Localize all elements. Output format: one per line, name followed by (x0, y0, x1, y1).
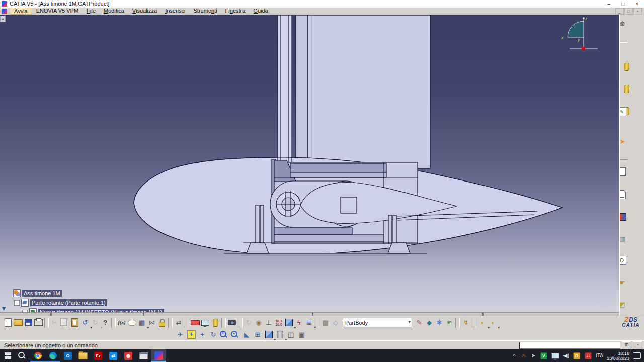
tree-item-ass-timone[interactable]: - Ass timone 1M (6, 289, 62, 297)
select-pointer-icon[interactable]: ➤ (619, 136, 627, 146)
start-button[interactable] (0, 349, 15, 362)
comment-bubble-icon[interactable] (127, 318, 137, 328)
camera-capture-icon[interactable] (227, 318, 237, 328)
command-input[interactable] (519, 342, 620, 349)
child-minimize-button[interactable]: _ (615, 8, 624, 15)
close-button[interactable]: × (630, 1, 644, 7)
tree-scroll-up-arrow[interactable]: ▲ (0, 16, 6, 22)
split-body-icon[interactable] (619, 212, 627, 222)
pan-icon[interactable]: + (197, 330, 207, 340)
tray-teamviewer-icon[interactable]: ♨ (521, 352, 527, 359)
menu-visualizza[interactable]: Visualizza (128, 8, 161, 15)
separator[interactable] (44, 318, 49, 328)
rotate-icon[interactable]: ↻ (208, 330, 218, 340)
edge-icon[interactable] (45, 349, 60, 362)
new-part-icon[interactable] (619, 166, 627, 176)
separator[interactable] (472, 318, 476, 328)
child-close-button[interactable]: × (633, 8, 642, 15)
menu-guida[interactable]: Guida (249, 8, 272, 15)
tray-antivirus-icon[interactable]: V (541, 352, 547, 359)
axis-system-icon[interactable]: ⊥ (264, 318, 274, 328)
ruler-icon[interactable] (190, 318, 200, 328)
catia-menu-icon[interactable] (2, 9, 7, 14)
tray-chevron-icon[interactable]: ^ (511, 353, 517, 359)
status-power-input-icon[interactable]: ◔ (633, 341, 642, 349)
menu-avvia[interactable]: Avvia (10, 8, 32, 15)
fly-mode-icon[interactable]: ✈ (175, 330, 185, 340)
outlook-icon[interactable]: O (60, 349, 75, 362)
isometric-view-icon[interactable] (264, 330, 274, 340)
separator[interactable] (315, 318, 319, 328)
child-restore-button[interactable]: □ (624, 8, 633, 15)
menu-finestra[interactable]: Finestra (221, 8, 250, 15)
teamviewer-icon[interactable]: ⇄ (106, 349, 121, 362)
menu-modifica[interactable]: Modifica (100, 8, 128, 15)
separator[interactable] (455, 318, 460, 328)
menu-file[interactable]: File (83, 8, 100, 15)
copy-icon[interactable] (60, 318, 70, 328)
camera-view-icon[interactable]: O (619, 256, 626, 265)
workbench-combobox[interactable]: PartBody (343, 318, 412, 327)
tray-grid-icon[interactable]: ∷ (585, 352, 592, 359)
tray-pointer-icon[interactable]: ➤ (530, 352, 536, 359)
mean-dimensions-icon[interactable]: 10.1 10.0 (274, 318, 284, 328)
normal-view-icon[interactable]: ◣ (242, 330, 252, 340)
layers-filter-icon[interactable]: ≋ (444, 318, 454, 328)
status-dialog-icon[interactable]: ⊞ (622, 341, 631, 349)
gear-update-icon[interactable]: ☸ (619, 19, 627, 29)
stack-mode-icon[interactable]: ≣ (304, 318, 314, 328)
tree-expand-box[interactable]: - (14, 300, 20, 306)
viewport-3d[interactable]: z x y z x y ▲ ▼ - Ass timone 1M (0, 15, 619, 316)
monitor-user-icon[interactable] (200, 318, 210, 328)
catalog-browser-icon[interactable]: ▤ (320, 318, 331, 328)
surface-analysis-2-icon[interactable]: ◖ (488, 318, 498, 328)
fit-all-in-icon[interactable] (186, 330, 196, 340)
book-analysis-icon[interactable]: ▥ (619, 234, 627, 244)
print-icon[interactable] (33, 318, 43, 328)
tree-scroll-down-arrow[interactable]: ▼ (1, 305, 7, 312)
tray-d-icon[interactable]: D (574, 352, 580, 359)
pad-feature-2-icon[interactable] (621, 84, 631, 94)
menu-enovia-v5-vpm[interactable]: ENOVIA V5 VPM (32, 8, 83, 15)
cad-geometry[interactable]: z x y z x y (5, 15, 619, 316)
lock-icon[interactable] (157, 318, 167, 328)
maximize-button[interactable]: □ (616, 1, 630, 7)
map-analysis-icon[interactable]: ◆ (424, 318, 434, 328)
catia-taskbar-icon[interactable] (151, 349, 166, 362)
separator[interactable] (168, 318, 173, 328)
knowledge-fx-icon[interactable]: f(x) (117, 318, 127, 328)
tree-item-parte-rotante[interactable]: - Parte rotante (Parte rotante.1) (14, 299, 107, 307)
render-style-icon[interactable] (275, 330, 285, 340)
paint-properties-icon[interactable]: ✎ (414, 318, 424, 328)
toolbar-separator[interactable] (619, 159, 627, 161)
surface-analysis-1-icon[interactable]: ◗ (477, 318, 488, 328)
new-document-icon[interactable] (3, 318, 13, 328)
remote-app-icon[interactable]: ◉ (121, 349, 136, 362)
orientation-compass[interactable]: z x y (561, 16, 598, 50)
separator[interactable] (238, 318, 243, 328)
menu-strumenti[interactable]: Strumenti (190, 8, 221, 15)
existing-component-icon[interactable] (619, 190, 627, 200)
clock[interactable]: 18:18 23/08/2023 (607, 351, 629, 361)
open-folder-icon[interactable] (13, 318, 23, 328)
save-icon[interactable] (23, 318, 33, 328)
delete-useless-icon[interactable]: ϟ (294, 318, 304, 328)
tree-item-label[interactable]: Ass timone 1M (22, 290, 62, 297)
window-app-icon[interactable] (136, 349, 151, 362)
update-icon[interactable]: ↻ (244, 318, 254, 328)
zoom-in-icon[interactable] (219, 330, 229, 340)
transfer-icon[interactable]: ⇄ (174, 318, 184, 328)
material-bottle-icon[interactable] (210, 318, 220, 328)
cut-icon[interactable]: ✂ (50, 318, 60, 328)
constraints-icon[interactable]: ⋈ (147, 318, 157, 328)
minimize-button[interactable]: – (602, 1, 616, 7)
language-indicator[interactable]: ITA (596, 353, 603, 358)
catia-app-icon[interactable] (2, 1, 7, 7)
wand-healing-icon[interactable]: ↯ (461, 318, 471, 328)
box-analysis-icon[interactable] (284, 318, 294, 328)
tray-display-icon[interactable] (551, 353, 559, 359)
separator[interactable] (185, 318, 189, 328)
separator[interactable] (111, 318, 116, 328)
tree-item-label[interactable]: Parte rotante (Parte rotante.1) (30, 299, 107, 306)
globe-manipulation-icon[interactable]: ◉ (254, 318, 264, 328)
